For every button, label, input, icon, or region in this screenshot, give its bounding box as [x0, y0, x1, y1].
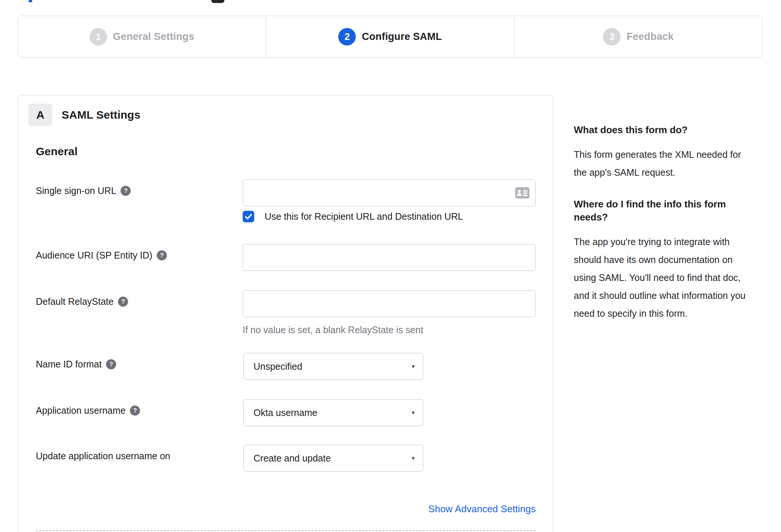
field-label: Application username ?	[36, 399, 243, 416]
step-feedback[interactable]: 3 Feedback	[514, 16, 762, 57]
section-title: SAML Settings	[62, 109, 140, 121]
selected-value: Unspecified	[253, 361, 302, 372]
help-icon[interactable]: ?	[130, 406, 140, 416]
section-header: A SAML Settings	[28, 104, 536, 126]
help-icon[interactable]: ?	[157, 250, 167, 260]
dashed-separator	[36, 530, 536, 531]
chevron-down-icon: ▾	[411, 454, 415, 462]
selected-value: Okta username	[253, 407, 317, 418]
field-row-sso-url: Single sign-on URL ?	[36, 179, 536, 222]
update-application-username-select[interactable]: Create and update ▾	[243, 445, 423, 472]
step-number-badge: 2	[338, 28, 356, 46]
name-id-format-select[interactable]: Unspecified ▾	[243, 353, 423, 380]
recipient-url-checkbox[interactable]	[243, 211, 254, 222]
application-username-select[interactable]: Okta username ▾	[243, 399, 423, 426]
application-username-label: Application username	[36, 405, 125, 416]
section-letter-badge: A	[28, 104, 52, 126]
step-label: General Settings	[113, 31, 195, 43]
contact-card-icon[interactable]	[515, 187, 529, 198]
sidebar-question-1: What does this form do?	[574, 123, 755, 137]
checkmark-icon	[245, 214, 252, 219]
selected-value: Create and update	[253, 453, 331, 464]
step-label: Feedback	[626, 31, 673, 43]
default-relaystate-input[interactable]	[243, 291, 535, 317]
recipient-url-checkbox-row: Use this for Recipient URL and Destinati…	[243, 211, 536, 222]
sidebar-answer-2: The app you're trying to integrate with …	[574, 233, 755, 322]
step-general-settings[interactable]: 1 General Settings	[18, 16, 266, 57]
field-label: Single sign-on URL ?	[36, 179, 243, 196]
sidebar-question-2: Where do I find the info this form needs…	[574, 198, 755, 224]
default-relaystate-label: Default RelayState	[36, 296, 113, 307]
default-relaystate-input-wrap	[243, 290, 536, 317]
saml-settings-panel: A SAML Settings General Single sign-on U…	[18, 95, 553, 532]
recipient-url-checkbox-label[interactable]: Use this for Recipient URL and Destinati…	[265, 211, 463, 222]
name-id-format-label: Name ID format	[36, 359, 102, 370]
cropped-dark-icon-fragment	[211, 0, 224, 3]
sso-url-input-wrap	[243, 179, 536, 206]
help-icon[interactable]: ?	[106, 359, 116, 369]
field-row-update-application-username: Update application username on Create an…	[36, 445, 536, 472]
field-row-application-username: Application username ? Okta username ▾	[36, 399, 536, 426]
wizard-stepper: 1 General Settings 2 Configure SAML 3 Fe…	[18, 16, 763, 58]
step-number-badge: 3	[603, 28, 620, 46]
sso-url-input[interactable]	[243, 180, 535, 206]
audience-uri-input[interactable]	[243, 244, 535, 270]
field-label: Default RelayState ?	[36, 290, 243, 307]
show-advanced-settings-link[interactable]: Show Advanced Settings	[428, 503, 536, 514]
field-label: Name ID format ?	[36, 353, 243, 370]
chevron-down-icon: ▾	[411, 409, 415, 417]
field-row-name-id-format: Name ID format ? Unspecified ▾	[36, 353, 536, 380]
sidebar-answer-1: This form generates the XML needed for t…	[574, 145, 755, 181]
help-icon[interactable]: ?	[118, 297, 128, 307]
help-icon[interactable]: ?	[121, 186, 131, 196]
audience-uri-input-wrap	[243, 244, 536, 271]
cropped-blue-fragment	[29, 0, 32, 2]
step-number-badge: 1	[90, 28, 107, 46]
audience-uri-label: Audience URI (SP Entity ID)	[36, 250, 152, 261]
field-label: Audience URI (SP Entity ID) ?	[36, 244, 243, 261]
field-label: Update application username on	[36, 445, 243, 461]
step-configure-saml[interactable]: 2 Configure SAML	[266, 16, 514, 57]
general-group-heading: General	[36, 145, 536, 158]
help-sidebar: What does this form do? This form genera…	[574, 123, 755, 322]
relaystate-hint-text: If no value is set, a blank RelayState i…	[243, 325, 536, 335]
chevron-down-icon: ▾	[411, 363, 415, 370]
step-label: Configure SAML	[362, 31, 442, 43]
update-application-username-label: Update application username on	[36, 451, 170, 461]
field-row-audience-uri: Audience URI (SP Entity ID) ?	[36, 244, 536, 271]
field-row-default-relaystate: Default RelayState ? If no value is set,…	[36, 290, 536, 335]
sso-url-label: Single sign-on URL	[36, 185, 116, 196]
